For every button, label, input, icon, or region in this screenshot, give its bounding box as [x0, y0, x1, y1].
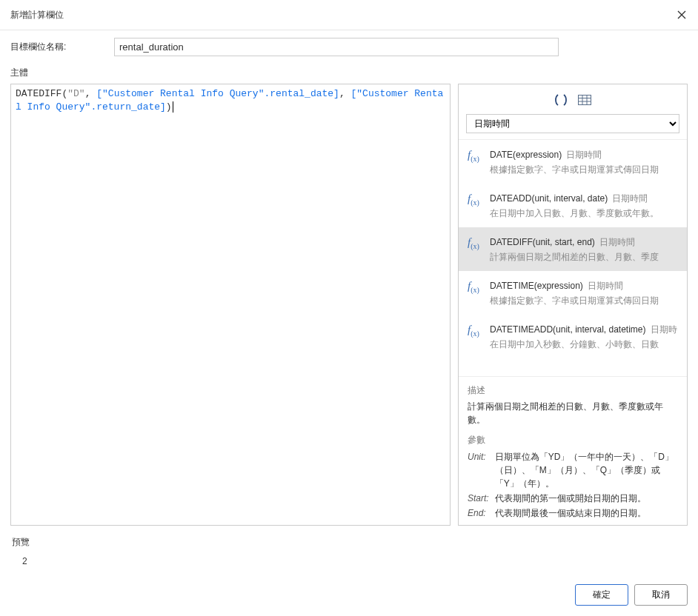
param-name: Start:	[468, 491, 495, 506]
function-category: 日期時間	[588, 281, 623, 291]
function-category: 日期時間	[612, 193, 648, 204]
function-category: 日期時間	[566, 150, 602, 160]
param-row: End:代表期間最後一個或結束日期的日期。	[468, 506, 678, 520]
close-button[interactable]	[673, 6, 691, 24]
preview-section: 預覽 2	[10, 526, 688, 577]
fields-tab[interactable]	[576, 92, 593, 108]
fx-icon: f(x)	[468, 149, 484, 176]
function-short-desc: 在日期中加入秒數、分鐘數、小時數、日數	[490, 338, 679, 351]
function-signature: DATEDIFF(unit, start, end)日期時間	[490, 236, 679, 249]
function-signature: DATETIMEADD(unit, interval, datetime)日期時	[490, 324, 679, 336]
function-item[interactable]: f(x)DATEADD(unit, interval, date)日期時間在日期…	[459, 184, 687, 227]
body-label: 主體	[10, 67, 688, 79]
detail-desc-text: 計算兩個日期之間相差的日數、月數、季度數或年數。	[468, 400, 678, 426]
fx-icon: f(x)	[468, 192, 484, 220]
fx-icon: f(x)	[468, 324, 484, 351]
detail-params-table: Unit:日期單位為「YD」（一年中的一天）、「D」（日）、「M」（月）、「Q」…	[468, 449, 678, 520]
function-signature: DATEADD(unit, interval, date)日期時間	[490, 192, 679, 205]
function-item[interactable]: f(x)DATEDIFF(unit, start, end)日期時間計算兩個日期…	[459, 227, 687, 271]
side-panel: 日期時間 f(x)DATE(expression)日期時間根據指定數字、字串或日…	[458, 84, 688, 526]
svg-rect-0	[579, 96, 591, 105]
close-icon	[677, 10, 686, 19]
function-signature: DATE(expression)日期時間	[490, 149, 679, 161]
grid-icon	[578, 95, 591, 105]
function-short-desc: 根據指定數字、字串或日期運算式傳回日期	[490, 164, 679, 176]
parentheses-icon	[554, 94, 568, 106]
function-category: 日期時間	[599, 237, 635, 247]
function-category: 日期時	[651, 324, 677, 335]
window-title: 新增計算欄位	[10, 9, 64, 21]
ok-button[interactable]: 確定	[575, 584, 628, 606]
category-select[interactable]: 日期時間	[466, 114, 679, 133]
target-field-input[interactable]	[114, 38, 559, 56]
fx-icon: f(x)	[468, 280, 484, 307]
function-item[interactable]: f(x)DATETIMEADD(unit, interval, datetime…	[459, 315, 687, 358]
param-name: End:	[468, 506, 495, 520]
param-row: Unit:日期單位為「YD」（一年中的一天）、「D」（日）、「M」（月）、「Q」…	[468, 449, 678, 491]
dialog-footer: 確定 取消	[0, 577, 698, 616]
function-detail: 描述 計算兩個日期之間相差的日數、月數、季度數或年數。 參數 Unit:日期單位…	[459, 377, 687, 525]
code-string: "D"	[67, 88, 84, 99]
param-name: Unit:	[468, 449, 495, 491]
expression-editor[interactable]: DATEDIFF("D", ["Customer Rental Info Que…	[10, 84, 451, 526]
cancel-button[interactable]: 取消	[634, 584, 688, 606]
preview-label: 預覽	[12, 536, 688, 549]
fx-icon: f(x)	[468, 236, 484, 264]
function-list[interactable]: f(x)DATE(expression)日期時間根據指定數字、字串或日期運算式傳…	[459, 139, 687, 377]
target-field-row: 目標欄位名稱:	[10, 38, 688, 56]
titlebar: 新增計算欄位	[0, 0, 698, 30]
code-field-ref: ["Customer Rental Info Query".rental_dat…	[96, 88, 339, 99]
preview-value: 2	[12, 556, 688, 566]
function-signature: DATETIME(expression)日期時間	[490, 280, 679, 292]
code-func: DATEDIFF(	[16, 88, 67, 99]
function-short-desc: 根據指定數字、字串或日期運算式傳回日期	[490, 295, 679, 307]
target-field-label: 目標欄位名稱:	[10, 41, 114, 53]
param-text: 代表期間的第一個或開始日期的日期。	[495, 491, 678, 506]
param-text: 代表期間最後一個或結束日期的日期。	[495, 506, 678, 520]
functions-tab[interactable]	[553, 92, 569, 108]
function-short-desc: 在日期中加入日數、月數、季度數或年數。	[490, 207, 679, 220]
function-item[interactable]: f(x)DATE(expression)日期時間根據指定數字、字串或日期運算式傳…	[459, 140, 687, 184]
function-item[interactable]: f(x)DATETIME(expression)日期時間根據指定數字、字串或日期…	[459, 271, 687, 315]
detail-desc-heading: 描述	[468, 384, 678, 397]
detail-params-heading: 參數	[468, 434, 678, 446]
function-short-desc: 計算兩個日期之間相差的日數、月數、季度	[490, 251, 679, 264]
param-text: 日期單位為「YD」（一年中的一天）、「D」（日）、「M」（月）、「Q」（季度）或…	[495, 449, 678, 491]
param-row: Start:代表期間的第一個或開始日期的日期。	[468, 491, 678, 506]
